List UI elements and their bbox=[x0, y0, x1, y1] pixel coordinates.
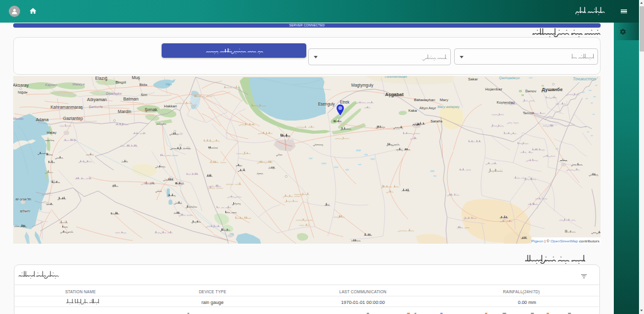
svg-text:Mardin: Mardin bbox=[118, 109, 131, 114]
svg-text:ירושלים: ירושלים bbox=[20, 209, 30, 213]
svg-text:Aşgabat: Aşgabat bbox=[385, 92, 404, 97]
svg-text:Niğde: Niğde bbox=[18, 90, 28, 94]
svg-text:Hakkari: Hakkari bbox=[164, 104, 177, 108]
svg-text:Malatya: Malatya bbox=[72, 82, 84, 86]
svg-text:תל אביב-יפו: תל אביב-יפו bbox=[16, 197, 31, 201]
svg-text:Kahramanmaraş: Kahramanmaraş bbox=[50, 105, 83, 110]
svg-text:Diyarbakır: Diyarbakır bbox=[106, 92, 122, 95]
svg-text:Mary welaýaty: Mary welaýaty bbox=[437, 105, 460, 109]
svg-text:Şırnak: Şırnak bbox=[145, 107, 158, 112]
svg-text:Altyn Asyr: Altyn Asyr bbox=[419, 106, 436, 110]
svg-text:Adıyaman: Adıyaman bbox=[87, 97, 107, 102]
svg-text:Etrek: Etrek bbox=[340, 100, 350, 104]
svg-text:Aksaray: Aksaray bbox=[13, 83, 29, 88]
svg-text:Esenguly: Esenguly bbox=[318, 102, 335, 107]
svg-text:Hatay: Hatay bbox=[47, 131, 57, 134]
svg-text:Batman: Batman bbox=[123, 97, 138, 101]
svg-text:Magtymguly: Magtymguly bbox=[351, 83, 374, 88]
svg-text:Şanlıurfa: Şanlıurfa bbox=[89, 105, 103, 109]
svg-text:Muş: Muş bbox=[131, 76, 140, 80]
svg-text:Точикистон: Точикистон bbox=[573, 77, 596, 81]
svg-text:Pigeon | © OpenStreetMap contr: Pigeon | © OpenStreetMap contributors bbox=[531, 239, 599, 243]
svg-text:Gaziantep: Gaziantep bbox=[63, 116, 83, 121]
svg-text:Qashqadaryo: Qashqadaryo bbox=[499, 76, 519, 80]
svg-text:Denov: Denov bbox=[525, 89, 536, 93]
svg-text:Siirt: Siirt bbox=[141, 93, 148, 97]
svg-text:Kayseri: Kayseri bbox=[45, 83, 57, 87]
svg-text:Bitlis: Bitlis bbox=[140, 83, 148, 87]
svg-text:Kaka: Kaka bbox=[408, 109, 417, 112]
svg-text:Bingöl: Bingöl bbox=[116, 80, 126, 84]
svg-text:Sakar: Sakar bbox=[468, 77, 478, 81]
svg-text:Mersin: Mersin bbox=[13, 117, 23, 121]
svg-text:Termiz: Termiz bbox=[523, 111, 534, 115]
svg-text:Adana: Adana bbox=[36, 117, 48, 122]
svg-text:Babadayhan: Babadayhan bbox=[414, 98, 435, 102]
svg-text:Душанбе: Душанбе bbox=[541, 87, 562, 92]
svg-text:Koytendag: Koytendag bbox=[497, 100, 515, 104]
svg-text:Van: Van bbox=[165, 82, 172, 86]
svg-text:Türkmenistan: Türkmenistan bbox=[384, 76, 408, 78]
svg-text:Hojambaz: Hojambaz bbox=[485, 87, 502, 91]
svg-text:Mary: Mary bbox=[440, 98, 448, 102]
svg-text:Elazığ: Elazığ bbox=[95, 76, 108, 81]
svg-text:Sarahs: Sarahs bbox=[430, 119, 442, 123]
